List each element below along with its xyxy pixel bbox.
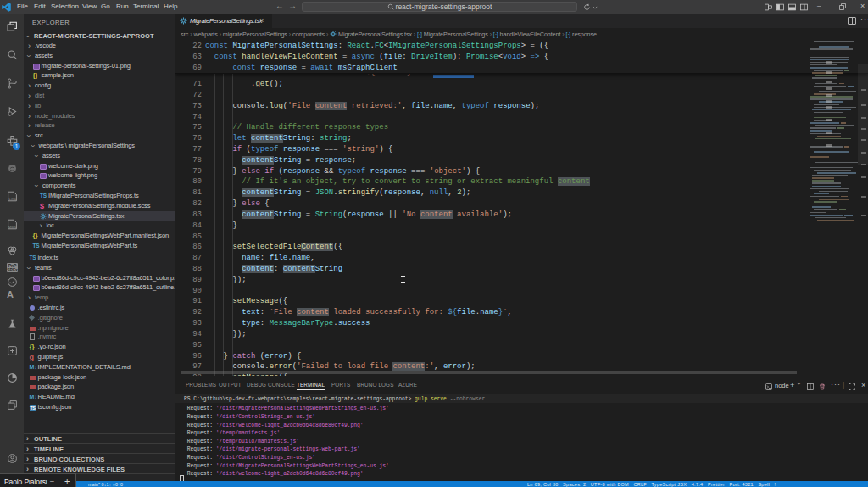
- svg-text:M365: M365: [8, 226, 16, 229]
- svg-text:LOG: LOG: [8, 197, 16, 201]
